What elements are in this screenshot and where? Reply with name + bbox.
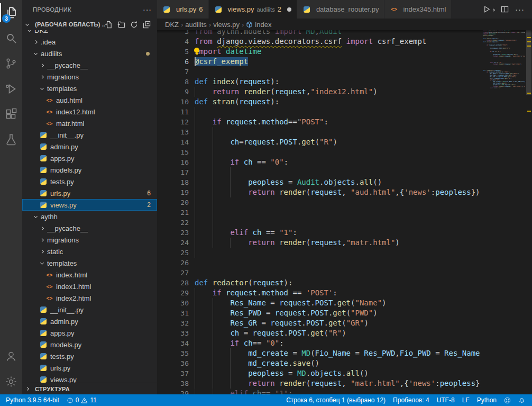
line-number[interactable]: 8	[157, 77, 189, 87]
tree-item-aythh[interactable]: aythh	[22, 211, 157, 222]
code-line[interactable]: 16 if ch == "0":	[157, 157, 481, 167]
line-content[interactable]: if ch== "0":	[195, 338, 481, 348]
tree-item-index1.html[interactable]: index1.html	[22, 281, 157, 292]
line-content[interactable]: peopless = MD.objects.all()	[195, 368, 481, 378]
status-feedback[interactable]	[500, 394, 515, 406]
code-line[interactable]: 36 md_create.save()	[157, 358, 481, 368]
line-number[interactable]: 27	[157, 268, 189, 278]
code-line[interactable]: 26	[157, 258, 481, 268]
tab-index345.html[interactable]: index345.html	[384, 0, 452, 19]
line-number[interactable]: 3	[157, 30, 189, 37]
outline-section-header[interactable]: СТРУКТУРА	[22, 383, 157, 394]
activity-item-search[interactable]	[0, 25, 22, 51]
code-line[interactable]: 7	[157, 67, 481, 77]
line-content[interactable]	[195, 107, 481, 117]
line-content[interactable]: return render(request, "matr.html",{'new…	[195, 378, 481, 389]
line-number[interactable]: 20	[157, 197, 189, 207]
more-actions-icon[interactable]: ···	[143, 5, 152, 14]
tree-item-views.py[interactable]: views.py2	[22, 199, 157, 211]
status-indentation[interactable]: Пробелов: 4	[389, 394, 433, 406]
minimap[interactable]: from aythh.models import MD,Auditfrom dj…	[483, 30, 525, 394]
status-cursor-position[interactable]: Строка 6, столбец 1 (выбрано 12)	[282, 394, 389, 406]
line-content[interactable]: md_create.save()	[195, 358, 481, 368]
line-content[interactable]: return render(request,"matr.html")	[195, 238, 481, 248]
tree-item-__pycache__[interactable]: __pycache__	[22, 59, 157, 71]
tree-item-admin.py[interactable]: admin.py	[22, 141, 157, 152]
code-line[interactable]: 31 Res_PWD = request.POST.get("PWD")	[157, 308, 481, 318]
tree-item-views.py[interactable]: views.py	[22, 374, 157, 383]
line-content[interactable]	[195, 67, 481, 77]
line-number[interactable]: 38	[157, 378, 189, 389]
code-line[interactable]: 15	[157, 147, 481, 157]
line-number[interactable]: 6	[157, 57, 189, 67]
status-eol[interactable]: LF	[458, 394, 473, 406]
code-line[interactable]: 13	[157, 127, 481, 137]
tree-item-index.html[interactable]: index.html	[22, 269, 157, 281]
line-number[interactable]: 17	[157, 167, 189, 177]
split-editor-button[interactable]	[501, 5, 509, 13]
code-line[interactable]: 20	[157, 197, 481, 207]
line-content[interactable]	[195, 147, 481, 157]
line-number[interactable]: 35	[157, 348, 189, 358]
code-line[interactable]: 3from aythh.models import MD,Audit	[157, 30, 481, 37]
code-line[interactable]: 22	[157, 218, 481, 228]
status-language-mode[interactable]: Python	[473, 394, 500, 406]
breadcrumb-views.py[interactable]: views.py	[213, 21, 240, 29]
line-number[interactable]: 16	[157, 157, 189, 167]
code-line[interactable]: 29 if request.method == 'POST':	[157, 288, 481, 298]
run-button[interactable]	[483, 5, 494, 13]
code-line[interactable]: 38 return render(request, "matr.html",{'…	[157, 378, 481, 389]
line-content[interactable]	[195, 248, 481, 258]
line-number[interactable]: 7	[157, 67, 189, 77]
line-number[interactable]: 31	[157, 308, 189, 318]
line-content[interactable]: from aythh.models import MD,Audit	[195, 30, 481, 37]
code-line[interactable]: 21	[157, 207, 481, 218]
code-line[interactable]: 33 ch = request.POST.get("R")	[157, 328, 481, 338]
line-content[interactable]: elif ch== "1":	[195, 389, 481, 394]
new-folder-icon[interactable]	[117, 21, 125, 29]
line-content[interactable]	[195, 197, 481, 207]
activity-item-settings-gear[interactable]	[0, 369, 22, 394]
tree-item-index2.html[interactable]: index2.html	[22, 292, 157, 304]
tree-item-urls.py[interactable]: urls.py6	[22, 187, 157, 199]
line-number[interactable]: 24	[157, 238, 189, 248]
line-number[interactable]: 10	[157, 97, 189, 107]
workspace-section-header[interactable]: (РАБОЧАЯ ОБЛАСТЬ) ...	[22, 19, 157, 30]
line-number[interactable]: 14	[157, 137, 189, 147]
tree-item-__init__.py[interactable]: __init__.py	[22, 129, 157, 141]
tree-item-apps.py[interactable]: apps.py	[22, 152, 157, 164]
line-content[interactable]: Res_Name = request.POST.get("Name")	[195, 298, 481, 308]
line-content[interactable]: ch=request.POST.get("R")	[195, 137, 481, 147]
line-content[interactable]: def index(request):	[195, 77, 481, 87]
line-content[interactable]	[195, 268, 481, 278]
tree-item-models.py[interactable]: models.py	[22, 339, 157, 350]
code-line[interactable]: 35 md_create = MD(Fio_Name = Res_PWD,Fio…	[157, 348, 481, 358]
new-file-icon[interactable]	[105, 21, 113, 29]
tree-item-aud.html[interactable]: aud.html	[22, 94, 157, 106]
tree-item-templates[interactable]: templates	[22, 257, 157, 269]
line-number[interactable]: 18	[157, 177, 189, 187]
line-content[interactable]: md_create = MD(Fio_Name = Res_PWD,Fio_PW…	[195, 348, 481, 358]
line-content[interactable]: return render(request,"index12.html")	[195, 87, 481, 97]
line-content[interactable]: @csrf_exempt	[195, 57, 481, 67]
line-content[interactable]: if request.method=="POST":	[195, 117, 481, 127]
code-line[interactable]: 24 return render(request,"matr.html")	[157, 238, 481, 248]
vertical-scrollbar[interactable]	[526, 30, 531, 95]
line-number[interactable]: 33	[157, 328, 189, 338]
line-number[interactable]: 36	[157, 358, 189, 368]
activity-item-account[interactable]	[0, 344, 22, 369]
activity-item-explorer[interactable]: 3	[0, 0, 22, 25]
line-number[interactable]: 11	[157, 107, 189, 117]
status-encoding[interactable]: UTF-8	[433, 394, 458, 406]
code-line[interactable]: 5import datetime	[157, 47, 481, 57]
code-line[interactable]: 25	[157, 248, 481, 258]
tree-item-DKZ[interactable]: DKZ	[22, 30, 157, 36]
status-python-version[interactable]: Python 3.9.5 64-bit	[2, 394, 63, 406]
line-number[interactable]: 39	[157, 389, 189, 394]
tree-item-migrations[interactable]: migrations	[22, 234, 157, 246]
line-number[interactable]: 15	[157, 147, 189, 157]
tree-item-tests.py[interactable]: tests.py	[22, 176, 157, 187]
line-number[interactable]: 29	[157, 288, 189, 298]
code-line[interactable]: 23 elif ch == "1":	[157, 228, 481, 238]
tree-item-models.py[interactable]: models.py	[22, 164, 157, 176]
